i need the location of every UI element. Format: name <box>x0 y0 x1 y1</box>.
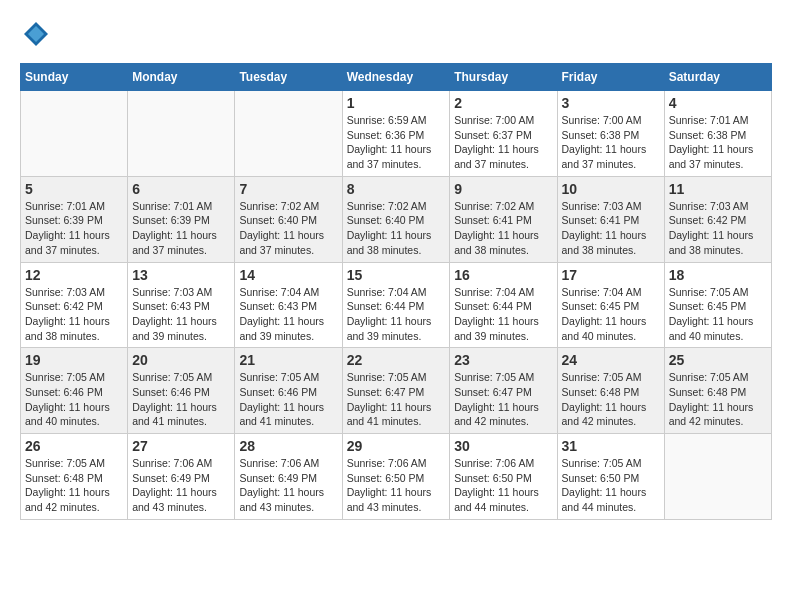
day-info: Sunrise: 7:02 AMSunset: 6:40 PMDaylight:… <box>347 199 446 258</box>
sunrise-text: Sunrise: 7:04 AM <box>347 285 446 300</box>
sunset-text: Sunset: 6:44 PM <box>347 299 446 314</box>
daylight-text: Daylight: 11 hours and 42 minutes. <box>454 400 552 429</box>
col-saturday: Saturday <box>664 64 771 91</box>
sunrise-text: Sunrise: 7:05 AM <box>562 370 660 385</box>
sunset-text: Sunset: 6:50 PM <box>454 471 552 486</box>
calendar-cell: 2Sunrise: 7:00 AMSunset: 6:37 PMDaylight… <box>450 91 557 177</box>
day-number: 16 <box>454 267 552 283</box>
day-number: 28 <box>239 438 337 454</box>
daylight-text: Daylight: 11 hours and 41 minutes. <box>239 400 337 429</box>
day-info: Sunrise: 7:06 AMSunset: 6:49 PMDaylight:… <box>239 456 337 515</box>
day-number: 18 <box>669 267 767 283</box>
daylight-text: Daylight: 11 hours and 38 minutes. <box>562 228 660 257</box>
sunrise-text: Sunrise: 7:05 AM <box>669 370 767 385</box>
day-number: 10 <box>562 181 660 197</box>
calendar-cell: 16Sunrise: 7:04 AMSunset: 6:44 PMDayligh… <box>450 262 557 348</box>
day-number: 1 <box>347 95 446 111</box>
sunset-text: Sunset: 6:49 PM <box>132 471 230 486</box>
col-wednesday: Wednesday <box>342 64 450 91</box>
day-number: 7 <box>239 181 337 197</box>
day-info: Sunrise: 7:05 AMSunset: 6:50 PMDaylight:… <box>562 456 660 515</box>
sunset-text: Sunset: 6:43 PM <box>239 299 337 314</box>
daylight-text: Daylight: 11 hours and 37 minutes. <box>454 142 552 171</box>
calendar-cell: 19Sunrise: 7:05 AMSunset: 6:46 PMDayligh… <box>21 348 128 434</box>
calendar-cell: 14Sunrise: 7:04 AMSunset: 6:43 PMDayligh… <box>235 262 342 348</box>
calendar-cell <box>128 91 235 177</box>
calendar-cell: 29Sunrise: 7:06 AMSunset: 6:50 PMDayligh… <box>342 434 450 520</box>
sunset-text: Sunset: 6:48 PM <box>669 385 767 400</box>
calendar-cell: 25Sunrise: 7:05 AMSunset: 6:48 PMDayligh… <box>664 348 771 434</box>
calendar-cell: 27Sunrise: 7:06 AMSunset: 6:49 PMDayligh… <box>128 434 235 520</box>
calendar-cell: 20Sunrise: 7:05 AMSunset: 6:46 PMDayligh… <box>128 348 235 434</box>
sunset-text: Sunset: 6:36 PM <box>347 128 446 143</box>
sunrise-text: Sunrise: 7:02 AM <box>347 199 446 214</box>
day-info: Sunrise: 7:04 AMSunset: 6:43 PMDaylight:… <box>239 285 337 344</box>
day-number: 12 <box>25 267 123 283</box>
day-number: 20 <box>132 352 230 368</box>
calendar-cell <box>235 91 342 177</box>
sunset-text: Sunset: 6:39 PM <box>25 213 123 228</box>
calendar-cell: 6Sunrise: 7:01 AMSunset: 6:39 PMDaylight… <box>128 176 235 262</box>
daylight-text: Daylight: 11 hours and 40 minutes. <box>25 400 123 429</box>
calendar-week-row: 26Sunrise: 7:05 AMSunset: 6:48 PMDayligh… <box>21 434 772 520</box>
sunrise-text: Sunrise: 7:05 AM <box>239 370 337 385</box>
daylight-text: Daylight: 11 hours and 37 minutes. <box>25 228 123 257</box>
daylight-text: Daylight: 11 hours and 43 minutes. <box>347 485 446 514</box>
day-info: Sunrise: 7:03 AMSunset: 6:43 PMDaylight:… <box>132 285 230 344</box>
sunrise-text: Sunrise: 7:00 AM <box>562 113 660 128</box>
daylight-text: Daylight: 11 hours and 37 minutes. <box>562 142 660 171</box>
sunrise-text: Sunrise: 7:05 AM <box>132 370 230 385</box>
daylight-text: Daylight: 11 hours and 38 minutes. <box>454 228 552 257</box>
sunset-text: Sunset: 6:42 PM <box>25 299 123 314</box>
daylight-text: Daylight: 11 hours and 44 minutes. <box>562 485 660 514</box>
sunset-text: Sunset: 6:47 PM <box>454 385 552 400</box>
day-info: Sunrise: 7:02 AMSunset: 6:41 PMDaylight:… <box>454 199 552 258</box>
calendar-cell: 30Sunrise: 7:06 AMSunset: 6:50 PMDayligh… <box>450 434 557 520</box>
day-info: Sunrise: 7:00 AMSunset: 6:38 PMDaylight:… <box>562 113 660 172</box>
day-info: Sunrise: 7:05 AMSunset: 6:46 PMDaylight:… <box>239 370 337 429</box>
daylight-text: Daylight: 11 hours and 39 minutes. <box>132 314 230 343</box>
calendar-cell: 22Sunrise: 7:05 AMSunset: 6:47 PMDayligh… <box>342 348 450 434</box>
sunrise-text: Sunrise: 6:59 AM <box>347 113 446 128</box>
sunset-text: Sunset: 6:44 PM <box>454 299 552 314</box>
day-info: Sunrise: 7:02 AMSunset: 6:40 PMDaylight:… <box>239 199 337 258</box>
sunrise-text: Sunrise: 7:05 AM <box>562 456 660 471</box>
calendar-cell: 15Sunrise: 7:04 AMSunset: 6:44 PMDayligh… <box>342 262 450 348</box>
day-info: Sunrise: 7:06 AMSunset: 6:50 PMDaylight:… <box>347 456 446 515</box>
calendar-cell: 31Sunrise: 7:05 AMSunset: 6:50 PMDayligh… <box>557 434 664 520</box>
day-info: Sunrise: 7:05 AMSunset: 6:47 PMDaylight:… <box>347 370 446 429</box>
day-number: 22 <box>347 352 446 368</box>
sunset-text: Sunset: 6:37 PM <box>454 128 552 143</box>
daylight-text: Daylight: 11 hours and 42 minutes. <box>25 485 123 514</box>
day-info: Sunrise: 7:05 AMSunset: 6:48 PMDaylight:… <box>25 456 123 515</box>
col-monday: Monday <box>128 64 235 91</box>
sunset-text: Sunset: 6:40 PM <box>347 213 446 228</box>
day-info: Sunrise: 7:01 AMSunset: 6:39 PMDaylight:… <box>25 199 123 258</box>
sunrise-text: Sunrise: 7:05 AM <box>454 370 552 385</box>
calendar-cell: 1Sunrise: 6:59 AMSunset: 6:36 PMDaylight… <box>342 91 450 177</box>
calendar-cell: 5Sunrise: 7:01 AMSunset: 6:39 PMDaylight… <box>21 176 128 262</box>
daylight-text: Daylight: 11 hours and 38 minutes. <box>25 314 123 343</box>
sunrise-text: Sunrise: 7:04 AM <box>454 285 552 300</box>
calendar-header-row: Sunday Monday Tuesday Wednesday Thursday… <box>21 64 772 91</box>
daylight-text: Daylight: 11 hours and 42 minutes. <box>669 400 767 429</box>
daylight-text: Daylight: 11 hours and 40 minutes. <box>669 314 767 343</box>
sunset-text: Sunset: 6:42 PM <box>669 213 767 228</box>
calendar-cell: 3Sunrise: 7:00 AMSunset: 6:38 PMDaylight… <box>557 91 664 177</box>
calendar-cell: 13Sunrise: 7:03 AMSunset: 6:43 PMDayligh… <box>128 262 235 348</box>
sunrise-text: Sunrise: 7:04 AM <box>562 285 660 300</box>
day-number: 31 <box>562 438 660 454</box>
daylight-text: Daylight: 11 hours and 41 minutes. <box>347 400 446 429</box>
sunrise-text: Sunrise: 7:05 AM <box>25 370 123 385</box>
day-number: 15 <box>347 267 446 283</box>
sunrise-text: Sunrise: 7:00 AM <box>454 113 552 128</box>
day-number: 2 <box>454 95 552 111</box>
col-thursday: Thursday <box>450 64 557 91</box>
calendar-cell: 7Sunrise: 7:02 AMSunset: 6:40 PMDaylight… <box>235 176 342 262</box>
sunrise-text: Sunrise: 7:01 AM <box>669 113 767 128</box>
daylight-text: Daylight: 11 hours and 37 minutes. <box>669 142 767 171</box>
calendar-cell: 28Sunrise: 7:06 AMSunset: 6:49 PMDayligh… <box>235 434 342 520</box>
sunrise-text: Sunrise: 7:03 AM <box>25 285 123 300</box>
sunset-text: Sunset: 6:48 PM <box>562 385 660 400</box>
day-info: Sunrise: 7:03 AMSunset: 6:42 PMDaylight:… <box>669 199 767 258</box>
